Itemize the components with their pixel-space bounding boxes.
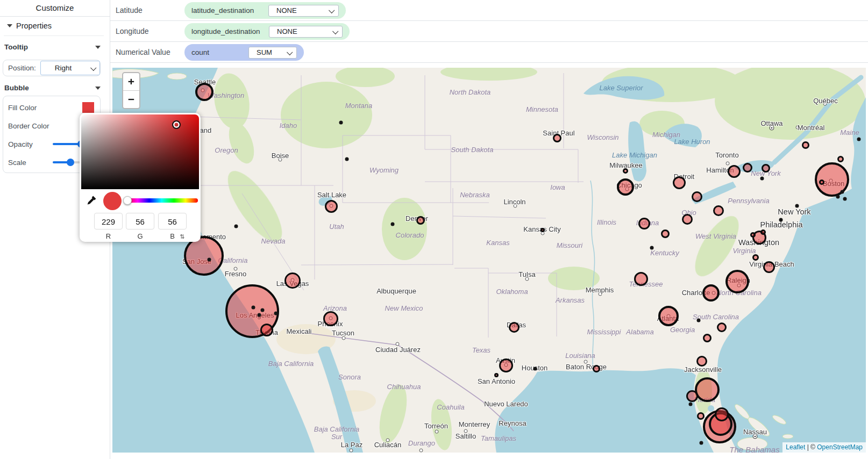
map-bubble[interactable]: [728, 165, 741, 178]
map-canvas[interactable]: + − Leaflet | © OpenStreetMap SeattlePor…: [112, 68, 866, 453]
gradient-picker-handle[interactable]: [172, 120, 181, 129]
map-point-dot[interactable]: [841, 190, 844, 194]
map-bubble[interactable]: [638, 218, 650, 230]
map-bubble[interactable]: [284, 272, 301, 289]
longitude-pill[interactable]: longitude_destination NONE: [184, 23, 350, 40]
map-point-dot[interactable]: [697, 319, 701, 322]
map-bubble[interactable]: [540, 228, 545, 232]
map-bubble[interactable]: [702, 284, 720, 302]
city-marker-icon: [279, 158, 282, 162]
latitude-agg-select[interactable]: NONE: [268, 5, 339, 17]
map-point-dot[interactable]: [252, 306, 255, 310]
map-point-dot[interactable]: [261, 309, 265, 312]
zoom-in-button[interactable]: +: [123, 73, 139, 91]
map-point-dot[interactable]: [258, 313, 261, 317]
map-bubble[interactable]: [661, 230, 670, 238]
map-bubble[interactable]: [692, 191, 702, 202]
map-bubble[interactable]: [325, 200, 338, 213]
map-bubble[interactable]: [195, 83, 214, 101]
leaflet-link[interactable]: Leaflet: [786, 443, 805, 451]
longitude-row: Longitude longitude_destination NONE: [110, 21, 868, 42]
map-bubble[interactable]: [509, 322, 520, 333]
map-bubble[interactable]: [416, 216, 425, 225]
map-point-dot[interactable]: [339, 121, 343, 125]
longitude-agg-select[interactable]: NONE: [269, 26, 343, 38]
map-bubble[interactable]: [260, 324, 273, 336]
eyedropper-icon[interactable]: [86, 195, 97, 206]
map-point-dot[interactable]: [234, 225, 238, 228]
map-bubble[interactable]: [837, 156, 844, 162]
red-channel-label: R: [94, 232, 123, 240]
map-bubble[interactable]: [715, 407, 729, 421]
openstreetmap-link[interactable]: OpenStreetMap: [817, 443, 863, 451]
scale-slider-handle[interactable]: [67, 159, 74, 166]
bubble-section-header[interactable]: Bubble: [4, 84, 101, 92]
numerical-value-pill[interactable]: count SUM: [184, 44, 304, 61]
city-marker-icon: [484, 402, 488, 406]
tooltip-position-select[interactable]: Right: [40, 61, 100, 75]
blue-value-input[interactable]: 56: [158, 213, 187, 230]
map-point-dot[interactable]: [795, 204, 799, 208]
map-bubble[interactable]: [673, 176, 686, 189]
current-color-swatch[interactable]: [103, 192, 122, 210]
map-bubble[interactable]: [617, 178, 634, 196]
zoom-out-button[interactable]: −: [123, 91, 139, 108]
map-point-dot[interactable]: [700, 441, 703, 445]
map-point-dot[interactable]: [533, 367, 537, 371]
border-color-label: Border Color: [8, 122, 49, 130]
map-bubble[interactable]: [725, 270, 749, 293]
map-bubble[interactable]: [697, 412, 705, 420]
map-bubble[interactable]: [760, 230, 766, 235]
numerical-field-value: count: [191, 48, 209, 56]
map-bubble[interactable]: [634, 272, 648, 286]
red-value-input[interactable]: 229: [94, 213, 123, 230]
green-value-input[interactable]: 56: [126, 213, 154, 230]
map-bubble[interactable]: [762, 164, 770, 173]
map-bubble[interactable]: [494, 373, 499, 377]
map-point-dot[interactable]: [345, 157, 349, 161]
map-bubble[interactable]: [658, 306, 679, 326]
map-bubble[interactable]: [802, 141, 809, 149]
map-point-dot[interactable]: [274, 312, 278, 315]
saturation-gradient-area[interactable]: [81, 114, 199, 189]
map-bubble[interactable]: [184, 236, 224, 276]
hue-slider[interactable]: [125, 198, 198, 203]
map-point-dot[interactable]: [208, 258, 211, 262]
fill-color-swatch[interactable]: [82, 102, 94, 113]
map-point-dot[interactable]: [836, 195, 840, 199]
hue-slider-handle[interactable]: [123, 196, 132, 205]
map-bubble[interactable]: [323, 311, 338, 326]
map-bubble[interactable]: [703, 334, 712, 342]
map-bubble[interactable]: [499, 358, 513, 372]
map-point-dot[interactable]: [760, 177, 764, 181]
map-bubble[interactable]: [750, 232, 756, 238]
map-bubble[interactable]: [763, 261, 775, 273]
scale-label: Scale: [8, 159, 26, 167]
map-bubble[interactable]: [752, 254, 759, 261]
map-bubble[interactable]: [686, 390, 698, 402]
map-point-dot[interactable]: [689, 403, 693, 406]
map-bubble[interactable]: [717, 322, 727, 332]
map-bubble[interactable]: [682, 214, 693, 225]
map-bubble[interactable]: [743, 163, 752, 173]
map-bubble[interactable]: [695, 377, 720, 402]
city-marker-icon: [499, 421, 503, 425]
map-bubble[interactable]: [623, 168, 628, 174]
format-toggle-icon[interactable]: ⇅: [180, 233, 184, 240]
latitude-row: Latitude latitude_destination NONE: [110, 0, 868, 21]
map-bubble[interactable]: [696, 356, 707, 367]
map-point-dot[interactable]: [391, 223, 395, 226]
numerical-agg-select[interactable]: SUM: [248, 47, 297, 59]
map-point-dot[interactable]: [779, 218, 783, 222]
properties-section-toggle[interactable]: Properties: [7, 21, 52, 30]
latitude-pill[interactable]: latitude_destination NONE: [184, 2, 346, 19]
map-bubble[interactable]: [819, 180, 824, 185]
map-point-dot[interactable]: [857, 138, 861, 141]
map-bubble[interactable]: [553, 134, 561, 142]
map-bubble[interactable]: [713, 205, 724, 216]
map-point-dot[interactable]: [843, 197, 847, 201]
numerical-agg-value: SUM: [257, 48, 272, 56]
map-point-dot[interactable]: [650, 246, 654, 250]
tooltip-section-header[interactable]: Tooltip: [4, 43, 101, 51]
map-bubble[interactable]: [593, 365, 600, 372]
